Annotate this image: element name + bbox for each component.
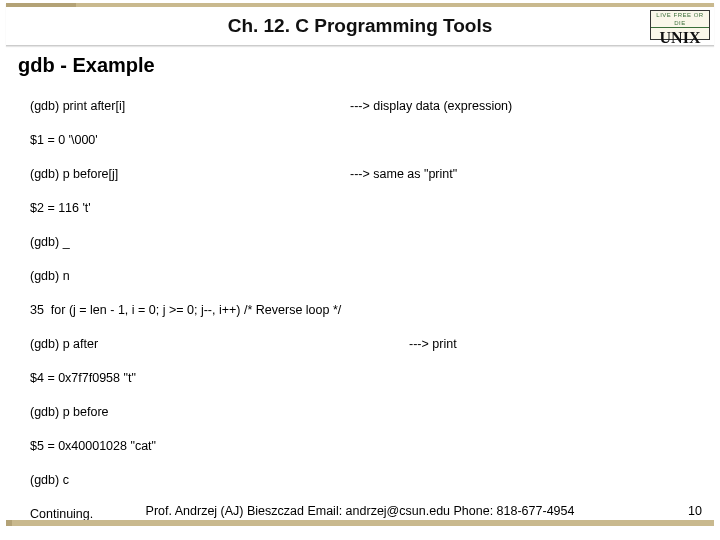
code-line: (gdb) p after xyxy=(30,336,350,353)
code-annotation: ---> print xyxy=(350,336,702,353)
gdb-transcript: (gdb) print after[i]---> display data (e… xyxy=(30,81,702,540)
title-ornament xyxy=(6,3,76,7)
title-bar: Ch. 12. C Programming Tools LIVE FREE OR… xyxy=(6,3,714,46)
code-line: 35 for (j = len - 1, i = 0; j >= 0; j--,… xyxy=(30,302,702,319)
code-line: (gdb) n xyxy=(30,268,702,285)
badge-main-text: UNIX xyxy=(651,28,709,48)
page-number: 10 xyxy=(688,504,702,518)
footer-attribution: Prof. Andrzej (AJ) Bieszczad Email: andr… xyxy=(0,504,720,518)
footer-band xyxy=(6,520,714,526)
code-annotation: ---> display data (expression) xyxy=(350,98,702,115)
code-line: $5 = 0x40001028 "cat" xyxy=(30,438,702,455)
code-line: (gdb) print after[i] xyxy=(30,98,350,115)
code-line: (gdb) p before xyxy=(30,404,702,421)
section-heading: gdb - Example xyxy=(18,54,720,77)
code-line: (gdb) p before[j] xyxy=(30,166,350,183)
code-line: (gdb) c xyxy=(30,472,702,489)
unix-badge: LIVE FREE OR DIE UNIX xyxy=(650,10,710,40)
chapter-title: Ch. 12. C Programming Tools xyxy=(228,15,493,37)
code-line: $1 = 0 '\000' xyxy=(30,132,702,149)
badge-top-text: LIVE FREE OR DIE xyxy=(651,11,709,28)
code-line: (gdb) _ xyxy=(30,234,702,251)
code-line: $4 = 0x7f7f0958 "t" xyxy=(30,370,702,387)
code-annotation: ---> same as "print" xyxy=(350,166,702,183)
code-line: $2 = 116 't' xyxy=(30,200,702,217)
